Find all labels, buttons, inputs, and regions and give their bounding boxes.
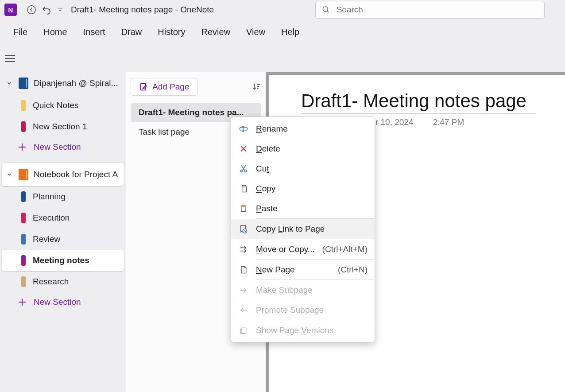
menu-item-paste[interactable]: Paste [231, 198, 375, 218]
hamburger-icon[interactable] [5, 52, 18, 65]
svg-rect-8 [240, 128, 248, 130]
undo-button[interactable] [39, 2, 54, 17]
tab-home[interactable]: Home [43, 27, 67, 37]
menu-item-label: Cut [256, 164, 368, 174]
tab-draw[interactable]: Draw [121, 27, 142, 37]
svg-rect-20 [243, 205, 245, 206]
copy-icon [238, 183, 249, 194]
menu-item-label: Paste [256, 204, 368, 213]
menu-item-new-page[interactable]: New Page(Ctrl+N) [231, 260, 375, 279]
back-button[interactable] [24, 2, 39, 17]
app-icon: N [4, 4, 17, 16]
search-input[interactable] [337, 5, 538, 15]
menu-item-shortcut: (Ctrl+Alt+M) [322, 245, 368, 254]
menu-item-label: Show Page Versions [256, 326, 368, 335]
add-page-label: Add Page [152, 82, 189, 92]
toolbar-strip [0, 45, 565, 72]
page-time[interactable]: 2:47 PM [433, 117, 464, 127]
page-item-label: Draft1- Meeting notes pa... [139, 108, 244, 117]
section-execution[interactable]: Execution [2, 207, 124, 229]
section-new-section-1[interactable]: New Section 1 [2, 116, 124, 137]
document-title: Draft1- Meeting notes page - OneNote [71, 5, 214, 15]
sort-icon [252, 82, 261, 92]
section-label: Research [33, 277, 69, 287]
menu-item-make-subpage: Make Subpage [231, 280, 375, 300]
section-label: Planning [33, 192, 66, 202]
menu-item-delete[interactable]: Delete [231, 139, 375, 159]
chevron-down-icon [5, 171, 13, 178]
page-title[interactable]: Draft1- Meeting notes page [301, 90, 536, 114]
plus-icon [18, 143, 27, 151]
outdent-icon [238, 305, 249, 315]
tab-help[interactable]: Help [281, 27, 299, 37]
new-section-button[interactable]: New Section [2, 292, 124, 312]
link-icon [238, 224, 249, 234]
section-meeting-notes[interactable]: Meeting notes [2, 250, 124, 271]
section-review[interactable]: Review [2, 229, 124, 250]
menu-item-copy-link[interactable]: Copy Link to Page [231, 219, 375, 239]
new-section-label: New Section [34, 297, 81, 307]
menu-item-promote-subpage: Promote Subpage [231, 300, 375, 320]
move-icon [238, 244, 249, 255]
indent-icon [238, 285, 249, 295]
sort-button[interactable] [252, 82, 261, 92]
tab-insert[interactable]: Insert [83, 27, 105, 37]
section-color-icon [21, 213, 26, 223]
tab-file[interactable]: File [13, 27, 27, 37]
chevron-down-icon [5, 80, 13, 86]
svg-rect-18 [242, 186, 247, 192]
section-color-icon [21, 100, 26, 111]
tab-history[interactable]: History [158, 27, 185, 37]
search-icon [322, 5, 330, 14]
section-color-icon [21, 276, 26, 287]
title-bar: N Draft1- Meeting notes page - OneNote [0, 0, 565, 19]
notebook-label: Notebook for Project A [34, 170, 118, 179]
notebook-icon [19, 169, 28, 180]
section-color-icon [21, 255, 26, 266]
add-page-button[interactable]: Add Page [131, 78, 197, 96]
menu-item-label: New Page [256, 265, 331, 275]
menu-item-label: Promote Subpage [256, 305, 368, 315]
paste-icon [238, 203, 249, 214]
svg-line-3 [327, 11, 329, 12]
menu-item-cut[interactable]: Cut [231, 159, 375, 179]
delete-icon [238, 144, 249, 154]
section-planning[interactable]: Planning [2, 186, 124, 207]
cut-icon [238, 163, 249, 174]
page-context-menu: RenameDeleteCutCopyPasteCopy Link to Pag… [231, 116, 375, 342]
section-label: New Section 1 [33, 122, 87, 132]
menu-item-rename[interactable]: Rename [231, 119, 375, 139]
notebook-icon [19, 78, 28, 89]
search-box[interactable] [315, 1, 545, 19]
ribbon-tabs: File Home Insert Draw History Review Vie… [0, 19, 565, 45]
notebook-project-a[interactable]: Notebook for Project A [2, 163, 124, 186]
menu-item-label: Move or Copy... [256, 245, 315, 254]
section-color-icon [21, 234, 26, 245]
svg-point-0 [27, 6, 35, 14]
section-research[interactable]: Research [2, 271, 124, 292]
section-color-icon [21, 191, 26, 202]
add-page-icon [139, 82, 148, 91]
menu-item-show-versions: Show Page Versions [231, 320, 375, 340]
page-item-label: Task list page [139, 127, 190, 137]
customize-quick-access-icon[interactable] [56, 7, 65, 13]
plus-icon [18, 298, 27, 307]
new-section-button[interactable]: New Section [2, 137, 124, 157]
rename-icon [238, 124, 249, 134]
section-label: Review [33, 234, 60, 244]
menu-item-label: Make Subpage [256, 285, 368, 295]
notebook-label: Dipanjenah @ Spiral... [34, 78, 118, 88]
menu-item-move-copy[interactable]: Move or Copy...(Ctrl+Alt+M) [231, 239, 375, 259]
new-section-label: New Section [34, 142, 81, 152]
section-quick-notes[interactable]: Quick Notes [2, 95, 124, 116]
notebook-spiral[interactable]: Dipanjenah @ Spiral... [2, 72, 124, 95]
svg-point-2 [323, 7, 328, 12]
menu-item-copy[interactable]: Copy [231, 179, 375, 198]
tab-review[interactable]: Review [201, 27, 231, 37]
section-label: Execution [33, 213, 70, 223]
section-label: Meeting notes [33, 256, 89, 265]
newpage-icon [238, 264, 249, 275]
menu-item-shortcut: (Ctrl+N) [338, 265, 368, 275]
tab-view[interactable]: View [246, 27, 265, 37]
menu-item-label: Delete [256, 144, 368, 154]
